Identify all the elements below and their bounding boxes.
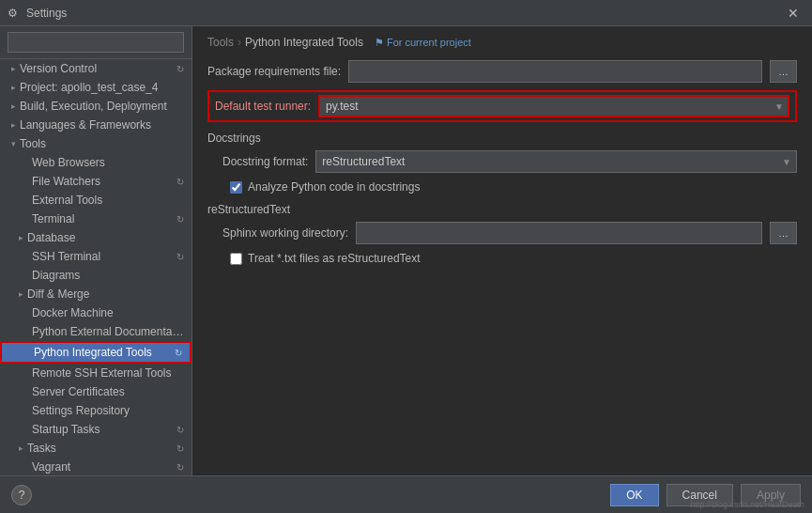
sidebar-item-remote-ssh[interactable]: Remote SSH External Tools <box>0 364 192 382</box>
arrow-build-execution: ▸ <box>11 101 16 111</box>
sphinx-dir-btn[interactable]: … <box>770 222 797 244</box>
sidebar-item-docker-machine[interactable]: Docker Machine <box>0 303 192 322</box>
sidebar-label-project-apollo: Project: apollo_test_case_4 <box>20 81 184 94</box>
package-req-btn[interactable]: … <box>770 60 797 83</box>
sidebar-item-startup-tasks[interactable]: Startup Tasks↻ <box>0 420 192 439</box>
sidebar-item-database[interactable]: ▸Database <box>0 228 192 247</box>
sidebar-label-python-integrated-tools: Python Integrated Tools <box>34 346 171 359</box>
title-bar-title: Settings <box>26 7 67 20</box>
arrow-database: ▸ <box>19 233 23 242</box>
sidebar-item-python-ext-doc[interactable]: Python External Documentation <box>0 322 192 341</box>
sidebar-label-settings-repository: Settings Repository <box>32 404 184 417</box>
sidebar-item-tools[interactable]: ▾Tools <box>0 134 192 153</box>
sidebar-label-tasks: Tasks <box>27 442 173 455</box>
package-req-input[interactable] <box>348 60 762 83</box>
sidebar-label-external-tools: External Tools <box>32 194 184 207</box>
sidebar-label-docker-machine: Docker Machine <box>32 306 184 319</box>
arrow-tools: ▾ <box>11 139 16 148</box>
arrow-version-control: ▸ <box>11 64 16 73</box>
sidebar-item-languages-frameworks[interactable]: ▸Languages & Frameworks <box>0 116 192 134</box>
sync-icon-terminal: ↻ <box>176 214 184 225</box>
ok-button[interactable]: OK <box>610 484 658 506</box>
sidebar-label-server-certificates: Server Certificates <box>32 385 184 398</box>
sidebar-item-diff-merge[interactable]: ▸Diff & Merge <box>0 285 192 303</box>
close-button[interactable]: ✕ <box>782 4 804 23</box>
project-link: ⚑ For current project <box>375 37 471 49</box>
sidebar-label-diagrams: Diagrams <box>32 269 184 282</box>
sidebar-item-project-apollo[interactable]: ▸Project: apollo_test_case_4 <box>0 78 192 97</box>
sidebar-item-server-certificates[interactable]: Server Certificates <box>0 382 192 401</box>
analyze-docstrings-row: Analyze Python code in docstrings <box>207 180 797 194</box>
docstrings-section-title: Docstrings <box>207 132 797 145</box>
sidebar-item-file-watchers[interactable]: File Watchers↻ <box>0 172 192 191</box>
sidebar-label-ssh-terminal: SSH Terminal <box>32 250 173 263</box>
sidebar-item-ssh-terminal[interactable]: SSH Terminal↻ <box>0 247 192 266</box>
settings-icon: ⚙ <box>8 7 21 20</box>
content-panel: Tools › Python Integrated Tools ⚑ For cu… <box>192 26 812 475</box>
sidebar-item-build-execution[interactable]: ▸Build, Execution, Deployment <box>0 97 192 116</box>
sync-icon-version-control: ↻ <box>176 64 184 74</box>
sync-icon-python-integrated-tools: ↻ <box>175 348 182 358</box>
bottom-left: ? <box>11 485 32 505</box>
sidebar-item-external-tools[interactable]: External Tools <box>0 191 192 210</box>
breadcrumb: Tools › Python Integrated Tools ⚑ For cu… <box>207 36 797 49</box>
sidebar-item-web-browsers[interactable]: Web Browsers <box>0 153 192 172</box>
sidebar-label-web-browsers: Web Browsers <box>32 156 184 169</box>
arrow-project-apollo: ▸ <box>11 83 16 92</box>
sidebar-label-languages-frameworks: Languages & Frameworks <box>20 118 184 132</box>
docstring-format-wrapper: reStructuredText Epytext Google NumPy/Sc… <box>315 150 797 173</box>
analyze-docstrings-label: Analyze Python code in docstrings <box>248 180 420 194</box>
docstring-format-select[interactable]: reStructuredText Epytext Google NumPy/Sc… <box>315 150 797 173</box>
dialog-body: ▸Version Control↻▸Project: apollo_test_c… <box>0 26 812 475</box>
sync-icon-file-watchers: ↻ <box>176 177 184 187</box>
sidebar-label-diff-merge: Diff & Merge <box>27 288 184 301</box>
sidebar-label-database: Database <box>27 231 184 244</box>
breadcrumb-current: Python Integrated Tools <box>245 36 363 49</box>
breadcrumb-tools: Tools <box>207 36 234 49</box>
sidebar-label-vagrant: Vagrant <box>32 460 173 474</box>
arrow-tasks: ▸ <box>19 443 23 453</box>
sidebar-label-file-watchers: File Watchers <box>32 175 173 188</box>
sidebar-label-tools: Tools <box>20 137 184 150</box>
help-button[interactable]: ? <box>11 485 32 505</box>
arrow-diff-merge: ▸ <box>19 289 23 299</box>
sidebar-label-build-execution: Build, Execution, Deployment <box>20 100 184 113</box>
analyze-docstrings-checkbox[interactable] <box>230 181 242 194</box>
sidebar-item-tasks[interactable]: ▸Tasks↻ <box>0 439 192 458</box>
title-bar: ⚙ Settings ✕ <box>0 0 812 26</box>
sidebar-label-version-control: Version Control <box>20 62 173 75</box>
arrow-languages-frameworks: ▸ <box>11 120 16 130</box>
sidebar-item-python-integrated-tools[interactable]: Python Integrated Tools↻ <box>0 341 192 364</box>
sphinx-dir-label: Sphinx working directory: <box>222 226 348 240</box>
docstring-format-label: Docstring format: <box>222 155 308 168</box>
sync-icon-tasks: ↻ <box>176 443 184 454</box>
package-req-label: Package requirements file: <box>207 65 341 78</box>
sync-icon-vagrant: ↻ <box>176 462 184 473</box>
treat-txt-label: Treat *.txt files as reStructuredText <box>248 252 421 265</box>
search-input[interactable] <box>8 32 184 53</box>
sidebar-item-terminal[interactable]: Terminal↻ <box>0 210 192 228</box>
restructured-section-title: reStructuredText <box>207 203 797 216</box>
default-runner-select[interactable]: py.test Unittests Nose Twisted Trial Beh… <box>318 95 789 117</box>
treat-txt-row: Treat *.txt files as reStructuredText <box>207 252 797 265</box>
default-runner-row: Default test runner: py.test Unittests N… <box>207 90 797 122</box>
sidebar-label-startup-tasks: Startup Tasks <box>32 423 173 436</box>
watermark: http://blog.csdn.net/HeatDeath <box>690 500 804 509</box>
sidebar-label-python-ext-doc: Python External Documentation <box>32 325 184 338</box>
sidebar-item-version-control[interactable]: ▸Version Control↻ <box>0 59 192 78</box>
treat-txt-checkbox[interactable] <box>230 253 242 265</box>
sidebar-item-vagrant[interactable]: Vagrant↻ <box>0 458 192 475</box>
sidebar-label-remote-ssh: Remote SSH External Tools <box>32 366 184 380</box>
default-runner-wrapper: py.test Unittests Nose Twisted Trial Beh… <box>318 95 789 117</box>
package-req-row: Package requirements file: … <box>207 60 797 83</box>
sidebar-label-terminal: Terminal <box>32 212 173 225</box>
sidebar-item-diagrams[interactable]: Diagrams <box>0 266 192 285</box>
sphinx-dir-input[interactable] <box>356 222 762 244</box>
sidebar: ▸Version Control↻▸Project: apollo_test_c… <box>0 26 192 475</box>
sphinx-dir-row: Sphinx working directory: … <box>207 222 797 244</box>
default-runner-label: Default test runner: <box>215 100 311 113</box>
search-box <box>0 26 192 59</box>
docstring-format-row: Docstring format: reStructuredText Epyte… <box>207 150 797 173</box>
sidebar-item-settings-repository[interactable]: Settings Repository <box>0 401 192 420</box>
sync-icon-startup-tasks: ↻ <box>176 425 184 435</box>
